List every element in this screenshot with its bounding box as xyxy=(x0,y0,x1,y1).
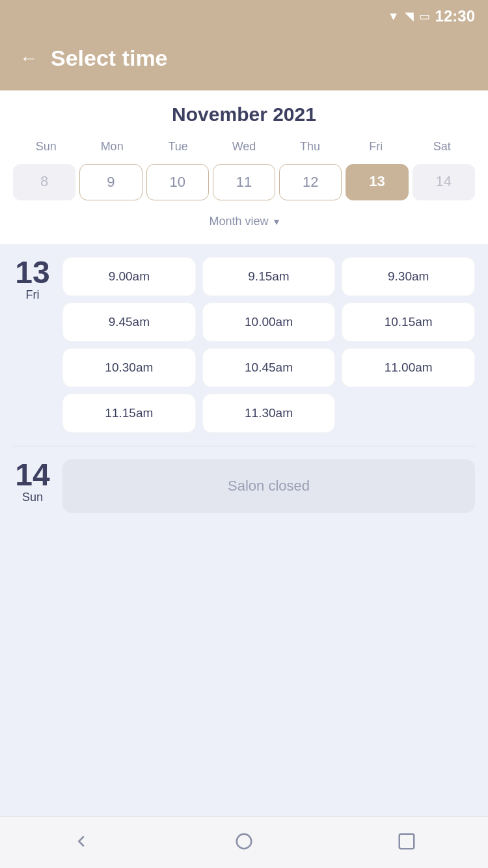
time-slot-1045am[interactable]: 10.45am xyxy=(202,348,336,387)
day-label-13: 13 Fri xyxy=(13,257,52,302)
app-header: ← Select time xyxy=(0,33,488,90)
back-button[interactable]: ← xyxy=(20,48,38,69)
time-slot-915am[interactable]: 9.15am xyxy=(202,257,336,296)
day-9[interactable]: 9 xyxy=(79,164,142,200)
nav-recents-button[interactable] xyxy=(390,826,423,859)
status-time: 12:30 xyxy=(435,7,475,25)
day-11[interactable]: 11 xyxy=(213,164,275,200)
day-8[interactable]: 8 xyxy=(13,164,75,200)
day-name-13: Fri xyxy=(13,288,52,302)
time-slot-1130am[interactable]: 11.30am xyxy=(202,394,336,433)
day-row-13: 13 Fri 9.00am 9.15am 9.30am 9.45am 10.00… xyxy=(13,257,475,433)
battery-icon: ▭ xyxy=(419,9,430,23)
time-slot-1015am[interactable]: 10.15am xyxy=(342,303,475,342)
status-bar: ▼ ◥ ▭ 12:30 xyxy=(0,0,488,33)
time-slot-1100am[interactable]: 11.00am xyxy=(342,348,475,387)
salon-closed-box: Salon closed xyxy=(62,459,475,513)
day-name-14: Sun xyxy=(13,491,52,504)
time-slot-1115am[interactable]: 11.15am xyxy=(62,394,196,433)
nav-back-button[interactable] xyxy=(65,826,98,859)
weekday-wed: Wed xyxy=(211,136,277,157)
day-12[interactable]: 12 xyxy=(279,164,342,200)
calendar-section: November 2021 Sun Mon Tue Wed Thu Fri Sa… xyxy=(0,90,488,244)
month-view-toggle[interactable]: Month view ▾ xyxy=(13,208,475,237)
month-year-label: November 2021 xyxy=(13,103,475,126)
time-slot-930am[interactable]: 9.30am xyxy=(342,257,475,296)
slots-section: 13 Fri 9.00am 9.15am 9.30am 9.45am 10.00… xyxy=(0,244,488,816)
weekday-sun: Sun xyxy=(13,136,79,157)
time-slot-1000am[interactable]: 10.00am xyxy=(202,303,336,342)
day-block-14: 14 Sun Salon closed xyxy=(13,446,475,526)
day-13[interactable]: 13 xyxy=(346,164,408,200)
day-10[interactable]: 10 xyxy=(146,164,209,200)
weekdays-row: Sun Mon Tue Wed Thu Fri Sat xyxy=(13,136,475,157)
day-label-14: 14 Sun xyxy=(13,459,52,504)
weekday-fri: Fri xyxy=(343,136,409,157)
weekday-tue: Tue xyxy=(145,136,211,157)
day-number-13: 13 xyxy=(13,257,52,288)
back-nav-icon xyxy=(72,832,91,854)
nav-home-button[interactable] xyxy=(228,826,260,859)
svg-rect-1 xyxy=(400,834,414,848)
time-slot-945am[interactable]: 9.45am xyxy=(62,303,196,342)
wifi-icon: ▼ xyxy=(388,10,400,23)
time-grid-13: 9.00am 9.15am 9.30am 9.45am 10.00am 10.1… xyxy=(62,257,475,433)
home-nav-icon xyxy=(234,832,254,854)
time-slot-900am[interactable]: 9.00am xyxy=(62,257,196,296)
days-row: 8 9 10 11 12 13 14 xyxy=(13,164,475,200)
bottom-nav xyxy=(0,816,488,868)
signal-icon: ◥ xyxy=(405,9,414,23)
status-icons: ▼ ◥ ▭ 12:30 xyxy=(388,7,475,25)
weekday-sat: Sat xyxy=(409,136,475,157)
time-slot-1030am[interactable]: 10.30am xyxy=(62,348,196,387)
day-14[interactable]: 14 xyxy=(413,164,475,200)
weekday-thu: Thu xyxy=(277,136,343,157)
day-number-14: 14 xyxy=(13,459,52,491)
svg-point-0 xyxy=(237,834,252,848)
recents-nav-icon xyxy=(397,832,416,854)
page-title: Select time xyxy=(51,46,168,71)
day-row-14: 14 Sun Salon closed xyxy=(13,459,475,513)
day-block-13: 13 Fri 9.00am 9.15am 9.30am 9.45am 10.00… xyxy=(13,244,475,446)
month-view-label: Month view xyxy=(209,215,268,228)
weekday-mon: Mon xyxy=(79,136,144,157)
chevron-down-icon: ▾ xyxy=(274,215,279,228)
